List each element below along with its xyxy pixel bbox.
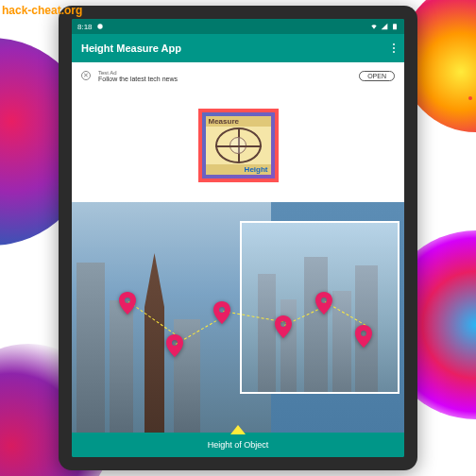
status-time: 8:18: [77, 23, 93, 31]
svg-point-0: [97, 24, 102, 28]
menu-icon[interactable]: [393, 43, 395, 53]
map-pin-icon[interactable]: [213, 301, 230, 324]
logo-area: Measure Height: [72, 89, 404, 202]
screen: 8:18 Height Measure App ✕ Test Ad Follow…: [72, 19, 404, 457]
red-dot: [468, 96, 472, 100]
ad-description: Follow the latest tech news: [98, 76, 351, 82]
logo-bottom-text: Height: [206, 164, 271, 175]
wifi-icon: [370, 23, 378, 30]
crosshair-icon: [215, 128, 262, 163]
map-pin-icon[interactable]: [315, 292, 332, 314]
map-pin-icon[interactable]: [166, 334, 183, 357]
ad-close-icon[interactable]: ✕: [81, 71, 91, 80]
watermark-text: hack-cheat.org: [2, 4, 82, 17]
status-bar: 8:18: [72, 19, 404, 34]
app-logo: Measure Height: [198, 109, 279, 182]
map-pin-icon[interactable]: [119, 292, 136, 314]
city-view[interactable]: [72, 202, 404, 433]
bottom-label: Height of Object: [208, 440, 269, 450]
app-bar: Height Measure App: [72, 34, 404, 62]
map-pin-icon[interactable]: [355, 325, 372, 348]
triangle-up-icon: [230, 425, 246, 434]
ad-open-button[interactable]: OPEN: [359, 71, 395, 81]
battery-icon: [391, 23, 399, 30]
map-pin-icon[interactable]: [275, 315, 292, 338]
signal-icon: [381, 23, 388, 30]
app-title: Height Measure App: [81, 42, 181, 54]
tablet-frame: 8:18 Height Measure App ✕ Test Ad Follow…: [59, 6, 417, 470]
logo-top-text: Measure: [206, 116, 271, 127]
ad-banner: ✕ Test Ad Follow the latest tech news OP…: [72, 62, 404, 89]
debug-icon: [96, 23, 104, 30]
bottom-bar[interactable]: Height of Object: [72, 433, 404, 457]
svg-rect-1: [393, 24, 397, 29]
